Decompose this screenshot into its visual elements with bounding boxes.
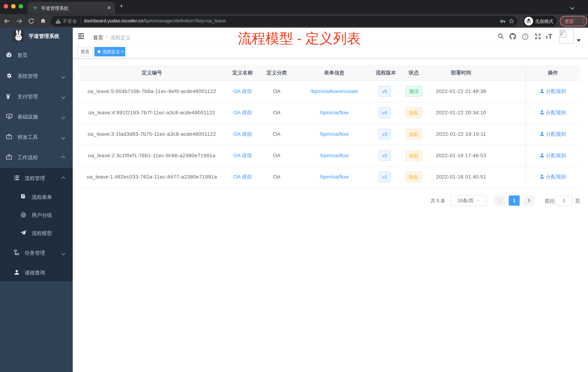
svg-text:?: ? bbox=[524, 34, 526, 39]
